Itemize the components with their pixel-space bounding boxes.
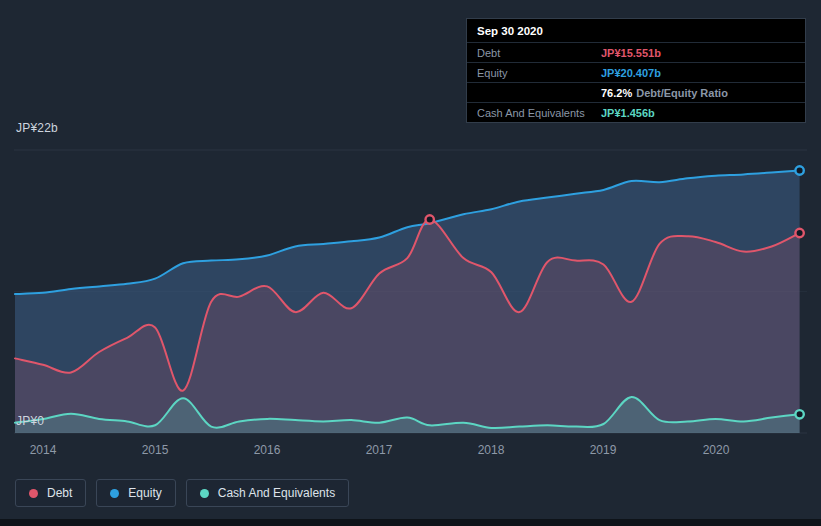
legend: DebtEquityCash And Equivalents xyxy=(15,479,349,507)
tooltip-row-debt: Debt JP¥15.551b xyxy=(467,42,805,62)
legend-item-debt[interactable]: Debt xyxy=(15,479,86,507)
chart-tooltip: Sep 30 2020 Debt JP¥15.551b Equity JP¥20… xyxy=(466,18,806,123)
tooltip-date: Sep 30 2020 xyxy=(467,19,805,42)
cash-series-dot-icon xyxy=(200,489,209,498)
tooltip-row-cash: Cash And Equivalents JP¥1.456b xyxy=(467,102,805,122)
tooltip-debt-value: JP¥15.551b xyxy=(601,47,661,59)
debt-series-dot-icon xyxy=(29,489,38,498)
x-tick-2018: 2018 xyxy=(467,443,515,457)
y-axis-label-max: JP¥22b xyxy=(16,121,58,135)
tooltip-row-ratio: 76.2%Debt/Equity Ratio xyxy=(467,82,805,102)
tooltip-cash-value: JP¥1.456b xyxy=(601,107,655,119)
tooltip-cash-label: Cash And Equivalents xyxy=(477,107,601,119)
legend-label-cash: Cash And Equivalents xyxy=(218,486,335,500)
x-axis: 2014201520162017201820192020 xyxy=(0,443,821,459)
x-tick-2017: 2017 xyxy=(355,443,403,457)
tooltip-equity-label: Equity xyxy=(477,67,601,79)
legend-label-debt: Debt xyxy=(47,486,72,500)
tooltip-ratio-percent: 76.2% xyxy=(601,87,632,99)
x-tick-2019: 2019 xyxy=(579,443,627,457)
x-tick-2015: 2015 xyxy=(131,443,179,457)
legend-item-cash[interactable]: Cash And Equivalents xyxy=(186,479,349,507)
legend-item-equity[interactable]: Equity xyxy=(96,479,175,507)
x-tick-2016: 2016 xyxy=(243,443,291,457)
x-tick-2020: 2020 xyxy=(692,443,740,457)
equity-series-dot-icon xyxy=(110,489,119,498)
bottom-divider xyxy=(0,519,821,526)
y-axis-label-zero: JP¥0 xyxy=(16,414,44,428)
tooltip-row-equity: Equity JP¥20.407b xyxy=(467,62,805,82)
tooltip-ratio-value: 76.2%Debt/Equity Ratio xyxy=(601,87,728,99)
debt-equity-chart-panel: JP¥22b JP¥0 2014201520162017201820192020… xyxy=(0,0,821,526)
legend-label-equity: Equity xyxy=(128,486,161,500)
tooltip-equity-value: JP¥20.407b xyxy=(601,67,661,79)
x-tick-2014: 2014 xyxy=(19,443,67,457)
tooltip-debt-label: Debt xyxy=(477,47,601,59)
tooltip-ratio-caption: Debt/Equity Ratio xyxy=(636,87,728,99)
